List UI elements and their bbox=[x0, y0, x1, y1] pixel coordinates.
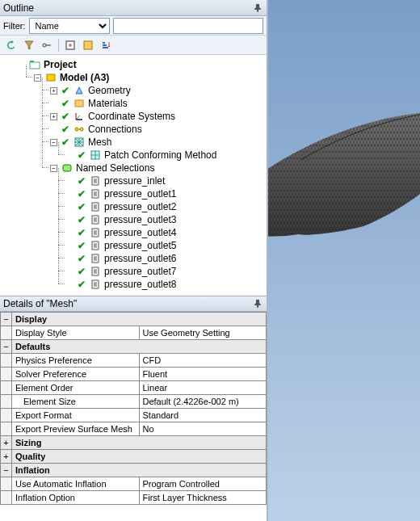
collapse-icon[interactable]: − bbox=[1, 464, 12, 477]
collapse-icon[interactable]: − bbox=[50, 139, 57, 146]
group-sizing[interactable]: Sizing bbox=[12, 436, 267, 450]
sort-icon[interactable] bbox=[98, 37, 114, 53]
tree-patch-conforming[interactable]: ✔ Patch Conforming Method bbox=[66, 149, 265, 162]
details-title: Details of "Mesh" bbox=[3, 298, 77, 309]
tree-connections[interactable]: ✔ Connections bbox=[50, 123, 265, 136]
selection-icon bbox=[89, 278, 102, 291]
show-all-icon[interactable] bbox=[62, 37, 78, 53]
svg-rect-2 bbox=[84, 41, 92, 49]
selection-icon bbox=[89, 200, 102, 213]
outline-title: Outline bbox=[3, 2, 34, 14]
collapse-icon[interactable]: − bbox=[1, 340, 12, 354]
selection-icon bbox=[89, 187, 102, 200]
group-display[interactable]: Display bbox=[12, 313, 267, 326]
outline-tree[interactable]: Project − Model (A3) + ✔ bbox=[0, 55, 267, 296]
check-icon: ✔ bbox=[77, 215, 86, 225]
tree-named-selection-item[interactable]: ✔pressure_outlet8 bbox=[66, 278, 265, 291]
clear-filter-icon[interactable] bbox=[21, 37, 37, 53]
prop-value[interactable]: No bbox=[139, 422, 267, 436]
prop-value[interactable]: Fluent bbox=[139, 368, 267, 381]
prop-value[interactable]: Linear bbox=[139, 381, 267, 395]
expand-icon[interactable] bbox=[39, 37, 55, 53]
selection-label: pressure_outlet8 bbox=[104, 279, 176, 291]
tree-named-selection-item[interactable]: ✔pressure_outlet6 bbox=[66, 252, 265, 265]
prop-key: Element Size bbox=[12, 395, 140, 409]
mesh-icon bbox=[73, 136, 86, 149]
svg-rect-5 bbox=[47, 74, 55, 81]
filter-type-select[interactable]: Name bbox=[29, 18, 110, 34]
tree-materials[interactable]: ✔ Materials bbox=[50, 97, 265, 110]
refresh-icon[interactable] bbox=[3, 37, 19, 53]
selection-label: pressure_inlet bbox=[104, 175, 165, 187]
materials-icon bbox=[73, 97, 86, 110]
tree-coord-systems[interactable]: + ✔ Coordinate Systems bbox=[50, 110, 265, 123]
tree-project[interactable]: Project bbox=[18, 58, 265, 71]
tree-geometry[interactable]: + ✔ Geometry bbox=[50, 84, 265, 97]
selection-icon bbox=[89, 252, 102, 265]
prop-key: Use Automatic Inflation bbox=[12, 477, 140, 491]
check-icon: ✔ bbox=[77, 189, 86, 199]
selection-icon bbox=[89, 226, 102, 239]
prop-key: Element Order bbox=[12, 381, 140, 395]
check-icon: ✔ bbox=[77, 228, 86, 237]
svg-point-0 bbox=[43, 44, 46, 47]
tree-named-selection-item[interactable]: ✔pressure_outlet1 bbox=[66, 187, 265, 200]
svg-rect-6 bbox=[75, 100, 83, 107]
prop-value[interactable]: Use Geometry Setting bbox=[139, 326, 267, 340]
tree-named-selections[interactable]: − Named Selections bbox=[50, 162, 265, 174]
selection-label: pressure_outlet5 bbox=[104, 240, 176, 252]
tree-named-selection-item[interactable]: ✔pressure_inlet bbox=[66, 174, 265, 187]
check-icon: ✔ bbox=[61, 99, 70, 108]
axes-icon bbox=[73, 110, 86, 123]
group-defaults[interactable]: Defaults bbox=[12, 340, 267, 354]
collapse-icon[interactable]: − bbox=[1, 313, 12, 326]
expand-icon[interactable]: + bbox=[50, 87, 57, 95]
selection-label: pressure_outlet7 bbox=[104, 266, 176, 278]
prop-value[interactable]: Program Controlled bbox=[139, 477, 267, 491]
collapse-icon[interactable]: − bbox=[50, 165, 57, 172]
prop-value[interactable]: First Layer Thickness bbox=[139, 491, 267, 505]
expand-icon[interactable]: + bbox=[1, 450, 12, 464]
filter-row: Filter: Name bbox=[0, 16, 267, 36]
prop-key: Export Format bbox=[12, 409, 140, 422]
expand-icon[interactable]: + bbox=[1, 436, 12, 450]
prop-value[interactable]: Standard bbox=[139, 409, 267, 422]
collapse-icon[interactable]: − bbox=[34, 74, 41, 82]
tree-named-selection-item[interactable]: ✔pressure_outlet2 bbox=[66, 200, 265, 213]
selection-label: pressure_outlet4 bbox=[104, 227, 176, 239]
check-icon: ✔ bbox=[77, 241, 86, 250]
group-inflation[interactable]: Inflation bbox=[12, 464, 267, 477]
check-icon: ✔ bbox=[61, 124, 70, 134]
outline-toolbar bbox=[0, 36, 267, 55]
tree-named-selection-item[interactable]: ✔pressure_outlet5 bbox=[66, 239, 265, 252]
tree-named-selection-item[interactable]: ✔pressure_outlet7 bbox=[66, 265, 265, 278]
connections-icon bbox=[73, 123, 86, 136]
prop-value[interactable]: CFD bbox=[139, 354, 267, 368]
tree-model[interactable]: − Model (A3) bbox=[34, 71, 265, 84]
tree-named-selection-item[interactable]: ✔pressure_outlet4 bbox=[66, 226, 265, 239]
model-icon bbox=[44, 71, 57, 84]
selection-icon bbox=[89, 174, 102, 187]
prop-value[interactable]: Default (2.4226e-002 m) bbox=[139, 395, 267, 409]
svg-rect-11 bbox=[63, 165, 71, 171]
pin-icon[interactable] bbox=[252, 2, 263, 14]
tree-named-selection-item[interactable]: ✔pressure_outlet3 bbox=[66, 213, 265, 226]
selection-label: pressure_outlet6 bbox=[104, 253, 176, 265]
check-icon: ✔ bbox=[61, 137, 70, 147]
details-grid[interactable]: −Display Display StyleUse Geometry Setti… bbox=[0, 312, 267, 521]
tree-mesh[interactable]: − ✔ Mesh bbox=[50, 136, 265, 149]
check-icon: ✔ bbox=[77, 176, 86, 186]
pin-icon[interactable] bbox=[252, 298, 263, 309]
expand-icon[interactable]: + bbox=[50, 113, 57, 120]
group-quality[interactable]: Quality bbox=[12, 450, 267, 464]
check-icon: ✔ bbox=[77, 254, 86, 263]
check-icon: ✔ bbox=[61, 86, 70, 95]
selection-icon bbox=[89, 265, 102, 278]
prop-key: Export Preview Surface Mesh bbox=[12, 422, 140, 436]
mesh-method-icon bbox=[89, 149, 102, 162]
prop-key: Display Style bbox=[12, 326, 140, 340]
viewport-3d[interactable] bbox=[268, 0, 420, 521]
check-icon: ✔ bbox=[77, 202, 86, 212]
suppress-icon[interactable] bbox=[80, 37, 96, 53]
filter-input[interactable] bbox=[113, 18, 264, 34]
